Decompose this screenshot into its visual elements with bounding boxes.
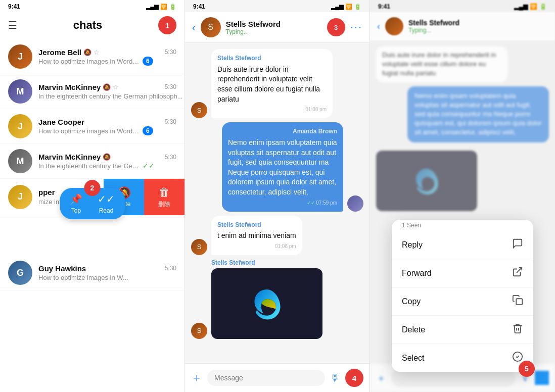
message-bubble[interactable]: Amanda Brown Nemo enim ipsam voluptatem … [222,122,343,211]
reply-icon [512,238,523,252]
avatar: M [8,149,32,173]
status-icons-2: ▂▄▆ 🛜 🔋 [331,4,361,10]
top-button[interactable]: 📌 Top [70,193,82,214]
chat-name: Jane Cooper [38,118,84,126]
chat-name: Jerome Bell [38,48,81,57]
chat-time: 5:30 [165,83,176,90]
msg-avatar: S [191,323,207,339]
seen-count: 1 Seen [392,220,533,231]
message-row: Amanda Brown Nemo enim ipsam voluptatem … [191,122,363,211]
msg-sender: Stells Stefword [217,54,327,63]
forward-icon [512,266,523,280]
msg-time: 01:08 pm [217,106,327,113]
read-tick-icon: ✓✓ [143,162,155,170]
header-avatar: S [201,17,221,37]
avatar: J [8,44,32,69]
avatar: G [8,261,32,285]
unread-badge: 6 [143,57,153,66]
message-image [211,268,322,339]
chat-preview: How to optimize images in WordPress for.… [38,127,140,135]
chat-preview: How to optimize images in WordPress for.… [38,58,140,65]
msg-time: ✓✓ 07:59 pm [228,200,337,207]
chat-info: Guy Hawkins 5:30 How to optimize images … [38,264,176,282]
notification-badge-5[interactable]: 5 [519,361,535,377]
forward-label: Forward [402,269,432,278]
top-label: Top [71,207,81,214]
unread-badge: 6 [143,126,153,135]
delete-action-button[interactable]: 🗑 删除 [144,179,184,215]
msg-sender: Amanda Brown [228,127,337,136]
copy-icon [512,295,523,308]
message-bubble[interactable]: Stells Stefword Duis aute irure dolor in… [211,49,333,118]
notification-badge-4[interactable]: 4 [345,369,363,387]
check-icon: ✓✓ [98,193,115,205]
chat-window-panel: 9:41 ▂▄▆ 🛜 🔋 ‹ S Stells Stefword Typing.… [185,0,370,392]
chat-preview: In the eighteenth century the German phi… [38,92,182,100]
chat-info: Jerome Bell 🔕 ☆ 5:30 How to optimize ima… [38,48,176,66]
forward-menu-item[interactable]: Forward [392,259,533,287]
chat-time: 5:30 [165,48,176,56]
voice-button[interactable]: 🎙 [330,372,340,384]
chat-info: Jane Cooper 5:30 How to optimize images … [38,118,176,135]
chat-name: Marvin McKinney [38,83,101,91]
chat-info: Marvin McKinney 🔕 ☆ 5:30 In the eighteen… [38,83,176,101]
msg-sender: Stells Stefword [217,221,296,229]
chat-header: ‹ S Stells Stefword Typing... 3 ··· [185,12,369,43]
reply-menu-item[interactable]: Reply [392,231,533,259]
msg-time: 01:08 pm [217,243,296,250]
context-menu-overlay: 1 Seen Reply Forward [370,0,555,392]
context-menu-panel: 9:41 ▂▄▆ 🛜 🔋 ‹ Stells Stefword Typing...… [370,0,555,392]
message-image-bubble[interactable]: Stells Stefword [211,259,322,339]
header-status: Typing... [226,28,322,35]
context-menu: 1 Seen Reply Forward [392,220,533,372]
bubble-badge-2: 2 [84,180,101,196]
chat-name: Guy Hawkins [38,264,86,273]
reply-label: Reply [402,240,423,250]
pin-icon: 📌 [70,193,82,205]
hamburger-icon[interactable]: ☰ [8,19,17,31]
read-button[interactable]: ✓✓ Read [98,193,115,214]
chat-item[interactable]: J Jane Cooper 5:30 How to optimize image… [0,109,184,144]
chat-item[interactable]: G Guy Hawkins 5:30 How to optimize image… [0,256,184,290]
header-info: Stells Stefword Typing... [226,20,322,35]
chat-mute-icon: 🔕 [103,153,111,161]
avatar: J [8,185,32,209]
notification-badge-1[interactable]: 1 [158,16,176,34]
chat-mute-icon: 🔕 ☆ [103,83,119,91]
chat-item[interactable]: M Marvin McKinney 🔕 5:30 In the eighteen… [0,144,184,179]
back-button[interactable]: ‹ [192,22,196,33]
notification-badge-3[interactable]: 3 [327,18,345,36]
chats-title: chats [17,19,158,32]
time-1: 9:41 [8,3,20,10]
message-row: S Stells Stefword Duis aute irure dolor … [191,49,363,118]
avatar: M [8,79,32,104]
msg-text: t enim ad minima veniam [217,231,296,241]
copy-menu-item[interactable]: Copy [392,287,533,316]
chat-list-panel: 9:41 ▂▄▆ 🛜 🔋 ☰ chats 1 J Jerome Bell 🔕 ☆… [0,0,185,392]
delete-menu-item[interactable]: Delete [392,316,533,344]
select-label: Select [402,354,424,363]
sent-check-icon: ✓✓ [307,200,315,206]
msg-text: Duis aute irure dolor in reprehenderit i… [217,65,327,104]
top-read-bubble: 2 📌 Top ✓✓ Read [60,188,125,219]
msg-avatar: S [191,102,207,118]
trash-icon [512,323,523,336]
attach-button[interactable]: ＋ [191,370,202,385]
message-bubble[interactable]: Stells Stefword t enim ad minima veniam … [211,216,302,255]
top-read-area: 2 📌 Top ✓✓ Read [0,215,184,256]
message-input[interactable] [207,370,325,386]
header-name: Stells Stefword [226,20,322,28]
status-bar-2: 9:41 ▂▄▆ 🛜 🔋 [185,0,369,12]
msg-avatar: S [191,239,207,255]
chat-item[interactable]: M Marvin McKinney 🔕 ☆ 5:30 In the eighte… [0,74,184,109]
msg-avatar-sent [347,195,363,212]
message-row: S Stells Stefword t enim ad minima venia… [191,216,363,255]
more-options-button[interactable]: ··· [350,21,362,34]
msg-sender: Stells Stefword [211,259,322,266]
chat-input-bar: ＋ 🎙 4 [185,363,369,392]
chat-preview: In the eighteenth century the German phi… [38,162,140,170]
chat-item[interactable]: J Jerome Bell 🔕 ☆ 5:30 How to optimize i… [0,39,184,74]
status-bar-1: 9:41 ▂▄▆ 🛜 🔋 [0,0,184,12]
select-menu-item[interactable]: Select [392,344,533,372]
delete-label: 删除 [158,200,170,209]
